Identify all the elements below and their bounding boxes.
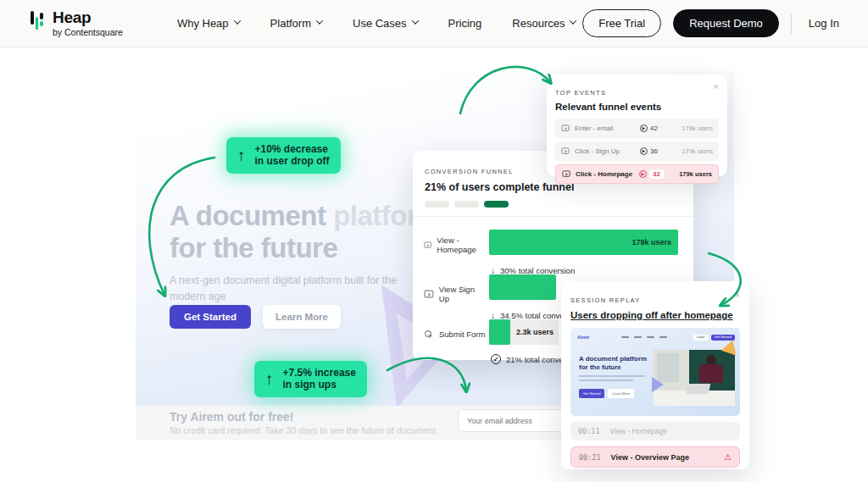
replay-count: ▶ 32: [639, 169, 675, 179]
bar-value: 2.3k users: [516, 319, 554, 345]
close-icon[interactable]: ×: [735, 291, 740, 300]
browser-event-icon: [424, 241, 431, 250]
page: Heap by Contentsquare Why Heap Platform …: [0, 0, 868, 482]
timeline-event: View - Overview Page: [611, 453, 689, 462]
top-events-title: Relevant funnel events: [555, 102, 719, 112]
progress-segment: [425, 201, 449, 208]
mock-site-subtext: A next-gen document digital platform bui…: [170, 273, 397, 306]
arrow-up-icon: ↑: [265, 371, 274, 387]
play-icon: ▶: [640, 125, 648, 132]
close-icon[interactable]: ×: [714, 82, 719, 91]
funnel-bar-homepage: 179k users: [489, 230, 678, 255]
nav-why-heap[interactable]: Why Heap: [177, 17, 240, 30]
mock-site-heading: A document platform for the future: [170, 200, 442, 263]
chevron-down-icon: [316, 17, 323, 24]
person-at-desk-photo: [654, 350, 735, 406]
warning-icon: ⚠: [724, 453, 732, 462]
top-events-card: TOP EVENTS × Relevant funnel events Ente…: [547, 75, 727, 176]
browser-event-icon: [561, 125, 570, 132]
mini-login-button: Login: [693, 335, 709, 341]
nav-label: Pricing: [448, 17, 482, 30]
get-started-button[interactable]: Get Started: [170, 305, 251, 329]
replay-timeline-row-alert: 00:21 View - Overview Page ⚠: [570, 446, 740, 468]
browser-event-icon: [424, 290, 434, 299]
email-input[interactable]: [458, 409, 578, 432]
drop-off-callout: ↑ +10% decrease in user drop off: [226, 137, 341, 174]
nav-resources[interactable]: Resources: [512, 17, 576, 30]
replay-viewport: Airem Login Get Started A document platf…: [570, 328, 740, 416]
chevron-down-icon: [233, 17, 240, 24]
event-row-highlighted: Click - Homepage ▶ 32 179k users: [555, 164, 719, 184]
top-events-kicker: TOP EVENTS: [555, 89, 606, 97]
signup-title: Try Airem out for free!: [170, 410, 294, 424]
heading-part: for the future: [170, 232, 337, 263]
event-row: Click - Sign Up ▶ 36 179k users: [555, 141, 719, 161]
free-trial-button[interactable]: Free Trial: [582, 9, 661, 37]
progress-segment: [454, 201, 479, 208]
timeline-event: View - Homepage: [610, 427, 667, 435]
play-icon: ▶: [639, 170, 647, 178]
event-label: Click - Sign Up: [575, 147, 620, 155]
session-replay-card: SESSION REPLAY × Users dropping off afte…: [561, 281, 749, 469]
heading-part: A document: [170, 200, 326, 231]
event-users: 179k users: [675, 170, 712, 178]
funnel-progress: [425, 201, 682, 208]
replay-count: ▶ 36: [640, 147, 676, 155]
replay-count: ▶ 42: [640, 125, 676, 132]
heap-logo[interactable]: Heap by Contentsquare: [31, 9, 123, 37]
header-divider: [791, 14, 792, 34]
header-actions: Free Trial Request Demo Log In: [582, 9, 839, 37]
check-circle-icon: ✓: [491, 354, 501, 364]
nav-label: Why Heap: [177, 17, 229, 30]
mini-site-logo: Airem: [577, 335, 589, 340]
browser-event-icon: [561, 147, 570, 155]
heap-logo-icon: [31, 11, 46, 30]
funnel-step-label: View - Homepage: [424, 235, 487, 255]
mini-site-nav: Airem Login Get Started: [577, 333, 735, 341]
event-users: 179k users: [676, 125, 713, 132]
arrow-up-icon: ↑: [237, 147, 246, 163]
learn-more-button[interactable]: Learn More: [263, 305, 341, 329]
funnel-kicker: CONVERSION FUNNEL: [425, 168, 514, 175]
main-nav: Why Heap Platform Use Cases Pricing Reso…: [177, 17, 576, 30]
mini-site-paragraph: [579, 375, 645, 383]
chevron-down-icon: [570, 17, 576, 24]
request-demo-button[interactable]: Request Demo: [673, 9, 779, 37]
event-label: Click - Homepage: [576, 170, 632, 178]
browser-event-icon: [562, 170, 570, 178]
funnel-bar-signup: [489, 274, 556, 300]
brand-name: Heap: [53, 9, 123, 25]
nav-pricing[interactable]: Pricing: [448, 17, 482, 30]
sign-ups-callout: ↑ +7.5% increase in sign ups: [254, 361, 367, 397]
nav-use-cases[interactable]: Use Cases: [353, 17, 418, 30]
mini-nav-links: [621, 336, 667, 339]
replay-timeline-row: 00:11 View - Homepage: [570, 422, 740, 440]
mini-learn-more-button: Learn More: [608, 389, 633, 398]
mini-site-heading: A document platform for the future: [579, 355, 655, 371]
chevron-down-icon: [411, 17, 418, 24]
play-icon: ▶: [640, 147, 648, 155]
click-event-icon: [424, 330, 434, 340]
brand-subtitle: by Contentsquare: [53, 27, 123, 37]
funnel-bar-submit: [489, 319, 510, 345]
session-replay-title: Users dropping off after homepage: [570, 310, 740, 320]
nav-label: Platform: [270, 17, 311, 30]
mini-play-triangle: [652, 377, 664, 392]
nav-label: Resources: [512, 17, 565, 30]
log-in-link[interactable]: Log In: [809, 17, 839, 30]
progress-segment-filled: [484, 201, 509, 208]
bar-value: 179k users: [632, 238, 678, 247]
signup-subtitle: No credit card required. Take 30 days to…: [170, 425, 438, 435]
event-label: Enter - email: [575, 125, 613, 132]
nav-platform[interactable]: Platform: [270, 17, 322, 30]
timeline-timestamp: 00:11: [578, 427, 600, 435]
top-navigation-bar: Heap by Contentsquare Why Heap Platform …: [0, 0, 868, 47]
session-replay-kicker: SESSION REPLAY: [570, 296, 641, 304]
event-users: 179k users: [676, 147, 713, 155]
nav-label: Use Cases: [353, 17, 407, 30]
mini-get-started-button: Get Started: [579, 389, 604, 398]
event-row: Enter - email ▶ 42 179k users: [555, 119, 719, 138]
funnel-step-label: View Sign Up: [424, 285, 487, 304]
funnel-step-label: Submit Form: [424, 330, 487, 340]
timeline-timestamp: 00:21: [579, 453, 601, 462]
